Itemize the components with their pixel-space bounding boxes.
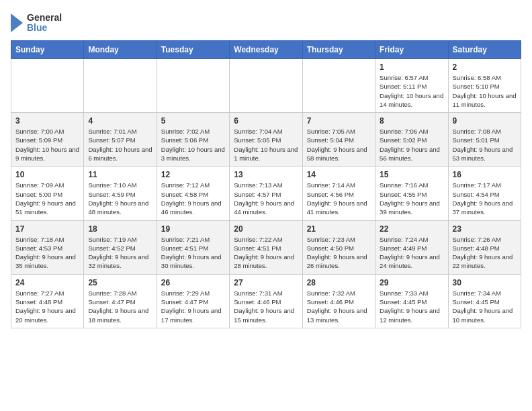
calendar-cell: 17Sunrise: 7:18 AM Sunset: 4:53 PM Dayli…: [11, 220, 84, 274]
day-number: 9: [453, 116, 517, 126]
calendar-cell: 25Sunrise: 7:28 AM Sunset: 4:47 PM Dayli…: [84, 274, 157, 328]
logo-blue-text: Blue: [27, 23, 62, 33]
page-header: General Blue: [11, 11, 521, 35]
day-number: 6: [234, 116, 298, 126]
calendar-table: SundayMondayTuesdayWednesdayThursdayFrid…: [11, 40, 521, 328]
day-number: 23: [453, 224, 517, 234]
day-number: 28: [307, 278, 371, 287]
day-info: Sunrise: 7:10 AM Sunset: 4:59 PM Dayligh…: [88, 181, 152, 216]
day-number: 15: [380, 170, 443, 179]
calendar-cell: 7Sunrise: 7:05 AM Sunset: 5:04 PM Daylig…: [302, 113, 375, 167]
calendar-cell: 11Sunrise: 7:10 AM Sunset: 4:59 PM Dayli…: [84, 167, 157, 220]
day-info: Sunrise: 7:02 AM Sunset: 5:06 PM Dayligh…: [161, 127, 225, 163]
calendar-week-4: 17Sunrise: 7:18 AM Sunset: 4:53 PM Dayli…: [11, 220, 521, 274]
weekday-header-sunday: Sunday: [11, 41, 84, 59]
calendar-cell: 4Sunrise: 7:01 AM Sunset: 5:07 PM Daylig…: [84, 113, 157, 167]
day-number: 30: [453, 278, 517, 287]
day-number: 13: [234, 170, 298, 179]
day-number: 18: [88, 224, 152, 234]
day-info: Sunrise: 7:23 AM Sunset: 4:50 PM Dayligh…: [307, 235, 371, 271]
calendar-week-5: 24Sunrise: 7:27 AM Sunset: 4:48 PM Dayli…: [11, 274, 521, 328]
calendar-cell: 19Sunrise: 7:21 AM Sunset: 4:51 PM Dayli…: [157, 220, 229, 274]
weekday-header-wednesday: Wednesday: [230, 41, 302, 59]
logo-general-text: General: [27, 13, 62, 23]
calendar-cell: 22Sunrise: 7:24 AM Sunset: 4:49 PM Dayli…: [375, 220, 448, 274]
day-info: Sunrise: 7:04 AM Sunset: 5:05 PM Dayligh…: [234, 127, 298, 163]
day-number: 20: [234, 224, 298, 234]
weekday-header-tuesday: Tuesday: [157, 41, 229, 59]
day-info: Sunrise: 7:28 AM Sunset: 4:47 PM Dayligh…: [88, 289, 152, 324]
day-number: 12: [161, 170, 225, 179]
day-number: 17: [15, 224, 79, 234]
day-info: Sunrise: 7:34 AM Sunset: 4:45 PM Dayligh…: [453, 289, 517, 324]
day-info: Sunrise: 7:31 AM Sunset: 4:46 PM Dayligh…: [234, 289, 298, 324]
day-info: Sunrise: 6:57 AM Sunset: 5:11 PM Dayligh…: [380, 73, 443, 109]
day-number: 11: [88, 170, 152, 179]
calendar-cell: 28Sunrise: 7:32 AM Sunset: 4:46 PM Dayli…: [302, 274, 375, 328]
day-info: Sunrise: 7:27 AM Sunset: 4:48 PM Dayligh…: [15, 289, 79, 324]
day-info: Sunrise: 7:16 AM Sunset: 4:55 PM Dayligh…: [380, 181, 443, 216]
calendar-week-2: 3Sunrise: 7:00 AM Sunset: 5:09 PM Daylig…: [11, 113, 521, 167]
day-number: 1: [380, 62, 443, 72]
day-info: Sunrise: 7:08 AM Sunset: 5:01 PM Dayligh…: [453, 127, 517, 163]
day-number: 10: [15, 170, 79, 179]
day-number: 7: [307, 116, 371, 126]
day-info: Sunrise: 7:32 AM Sunset: 4:46 PM Dayligh…: [307, 289, 371, 324]
logo-triangle-icon: [11, 11, 24, 35]
calendar-week-3: 10Sunrise: 7:09 AM Sunset: 5:00 PM Dayli…: [11, 167, 521, 220]
day-number: 5: [161, 116, 225, 126]
calendar-cell: 5Sunrise: 7:02 AM Sunset: 5:06 PM Daylig…: [157, 113, 229, 167]
weekday-header-monday: Monday: [84, 41, 157, 59]
day-info: Sunrise: 7:01 AM Sunset: 5:07 PM Dayligh…: [88, 127, 152, 163]
calendar-cell: 13Sunrise: 7:13 AM Sunset: 4:57 PM Dayli…: [230, 167, 302, 220]
day-info: Sunrise: 7:21 AM Sunset: 4:51 PM Dayligh…: [161, 235, 225, 271]
day-info: Sunrise: 7:22 AM Sunset: 4:51 PM Dayligh…: [234, 235, 298, 271]
day-number: 24: [15, 278, 79, 287]
calendar-cell: 9Sunrise: 7:08 AM Sunset: 5:01 PM Daylig…: [448, 113, 521, 167]
calendar-cell: 27Sunrise: 7:31 AM Sunset: 4:46 PM Dayli…: [230, 274, 302, 328]
day-number: 25: [88, 278, 152, 287]
day-number: 22: [380, 224, 443, 234]
day-number: 4: [88, 116, 152, 126]
calendar-cell: 23Sunrise: 7:26 AM Sunset: 4:48 PM Dayli…: [448, 220, 521, 274]
calendar-cell: [157, 59, 229, 113]
calendar-cell: 3Sunrise: 7:00 AM Sunset: 5:09 PM Daylig…: [11, 113, 84, 167]
day-info: Sunrise: 7:17 AM Sunset: 4:54 PM Dayligh…: [453, 181, 517, 216]
day-number: 21: [307, 224, 371, 234]
calendar-cell: 10Sunrise: 7:09 AM Sunset: 5:00 PM Dayli…: [11, 167, 84, 220]
calendar-cell: 21Sunrise: 7:23 AM Sunset: 4:50 PM Dayli…: [302, 220, 375, 274]
day-info: Sunrise: 7:26 AM Sunset: 4:48 PM Dayligh…: [453, 235, 517, 271]
calendar-cell: 14Sunrise: 7:14 AM Sunset: 4:56 PM Dayli…: [302, 167, 375, 220]
day-number: 27: [234, 278, 298, 287]
day-info: Sunrise: 7:14 AM Sunset: 4:56 PM Dayligh…: [307, 181, 371, 216]
day-info: Sunrise: 7:24 AM Sunset: 4:49 PM Dayligh…: [380, 235, 443, 271]
weekday-header-row: SundayMondayTuesdayWednesdayThursdayFrid…: [11, 41, 521, 59]
calendar-cell: 26Sunrise: 7:29 AM Sunset: 4:47 PM Dayli…: [157, 274, 229, 328]
calendar-cell: [84, 59, 157, 113]
calendar-cell: 6Sunrise: 7:04 AM Sunset: 5:05 PM Daylig…: [230, 113, 302, 167]
day-info: Sunrise: 7:33 AM Sunset: 4:45 PM Dayligh…: [380, 289, 443, 324]
calendar-week-1: 1Sunrise: 6:57 AM Sunset: 5:11 PM Daylig…: [11, 59, 521, 113]
day-info: Sunrise: 7:09 AM Sunset: 5:00 PM Dayligh…: [15, 181, 79, 216]
calendar-cell: 29Sunrise: 7:33 AM Sunset: 4:45 PM Dayli…: [375, 274, 448, 328]
calendar-cell: 30Sunrise: 7:34 AM Sunset: 4:45 PM Dayli…: [448, 274, 521, 328]
weekday-header-friday: Friday: [375, 41, 448, 59]
calendar-cell: 16Sunrise: 7:17 AM Sunset: 4:54 PM Dayli…: [448, 167, 521, 220]
calendar-cell: 12Sunrise: 7:12 AM Sunset: 4:58 PM Dayli…: [157, 167, 229, 220]
day-info: Sunrise: 7:12 AM Sunset: 4:58 PM Dayligh…: [161, 181, 225, 216]
logo: General Blue: [11, 11, 62, 35]
calendar-cell: [230, 59, 302, 113]
day-number: 3: [15, 116, 79, 126]
svg-marker-0: [11, 13, 23, 32]
calendar-cell: 15Sunrise: 7:16 AM Sunset: 4:55 PM Dayli…: [375, 167, 448, 220]
calendar-cell: 24Sunrise: 7:27 AM Sunset: 4:48 PM Dayli…: [11, 274, 84, 328]
day-number: 29: [380, 278, 443, 287]
day-number: 26: [161, 278, 225, 287]
weekday-header-saturday: Saturday: [448, 41, 521, 59]
calendar-cell: [302, 59, 375, 113]
day-number: 19: [161, 224, 225, 234]
calendar-cell: 20Sunrise: 7:22 AM Sunset: 4:51 PM Dayli…: [230, 220, 302, 274]
weekday-header-thursday: Thursday: [302, 41, 375, 59]
calendar-cell: 18Sunrise: 7:19 AM Sunset: 4:52 PM Dayli…: [84, 220, 157, 274]
day-info: Sunrise: 6:58 AM Sunset: 5:10 PM Dayligh…: [453, 73, 517, 109]
